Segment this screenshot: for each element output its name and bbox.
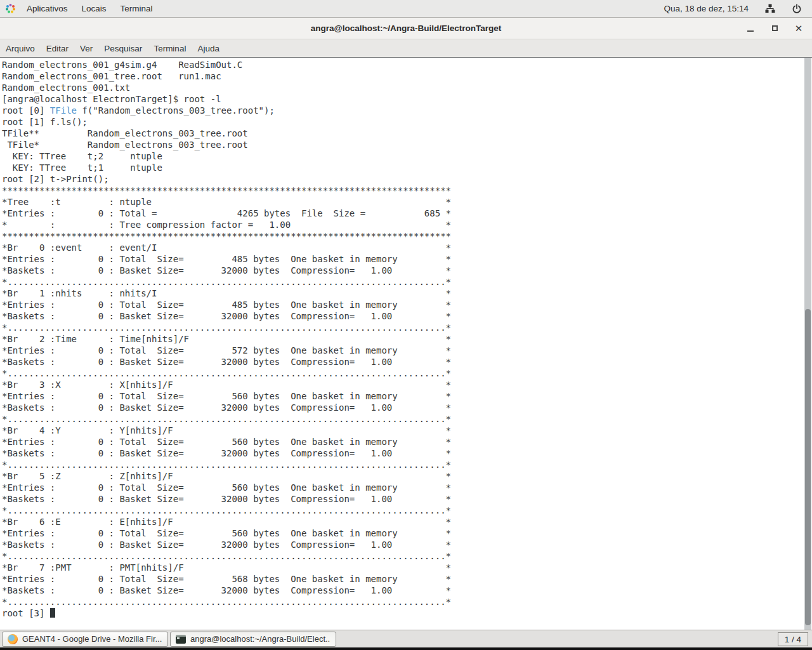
panel-menu-terminal[interactable]: Terminal: [114, 0, 160, 17]
terminal-line: *Entries : 0 : Total Size= 560 bytes One…: [2, 436, 802, 448]
terminal-cursor: [50, 608, 55, 618]
terminal-line: *Baskets : 0 : Basket Size= 32000 bytes …: [2, 356, 802, 368]
terminal-line: TFile* Random_electrons_003_tree.root: [2, 139, 802, 150]
terminal-line: *Entries : 0 : Total Size= 560 bytes One…: [2, 527, 802, 539]
menu-help[interactable]: Ajuda: [192, 39, 225, 57]
window-controls: ✕: [743, 18, 806, 39]
workspace-switcher[interactable]: 1 / 4: [778, 632, 808, 646]
terminal-line: Random_electrons_001_tree.root run1.mac: [2, 70, 802, 82]
panel-clock[interactable]: Qua, 18 de dez, 15:14: [664, 4, 749, 13]
terminal-line: *Br 2 :Time : Time[nhits]/F *: [2, 333, 802, 345]
terminal-line: TFile** Random_electrons_003_tree.root: [2, 128, 802, 139]
terminal-line: *Br 5 :Z : Z[nhits]/F *: [2, 470, 802, 482]
terminal-line: *Br 7 :PMT : PMT[nhits]/F *: [2, 562, 802, 573]
task-label: angra@localhost:~/Angra-Build/Elect...: [190, 634, 331, 644]
terminal-line: *Br 6 :E : E[nhits]/F *: [2, 516, 802, 527]
minimize-button[interactable]: [743, 22, 757, 36]
menubar: Arquivo Editar Ver Pesquisar Terminal Aj…: [0, 39, 812, 58]
terminal-line: *.......................................…: [2, 413, 802, 425]
terminal-line: *Tree :t : ntuple *: [2, 196, 802, 208]
close-icon: ✕: [795, 23, 803, 33]
terminal-line: *Br 4 :Y : Y[nhits]/F *: [2, 425, 802, 436]
terminal-line: Random_electrons_001_g4sim.g4 ReadSimOut…: [2, 59, 802, 70]
terminal-line: *Entries : 0 : Total Size= 572 bytes One…: [2, 345, 802, 356]
firefox-icon: [8, 634, 18, 644]
terminal-line: root [2] t->Print();: [2, 173, 802, 185]
terminal-line: *.......................................…: [2, 550, 802, 562]
terminal-line: *Baskets : 0 : Basket Size= 32000 bytes …: [2, 539, 802, 550]
window-title: angra@localhost:~/Angra-Build/ElectronTa…: [311, 23, 502, 33]
scrollbar-thumb[interactable]: [805, 309, 811, 625]
minimize-icon: [747, 30, 754, 32]
terminal-line: *Entries : 0 : Total Size= 485 bytes One…: [2, 253, 802, 265]
panel-menu-applications[interactable]: Aplicativos: [20, 0, 75, 17]
network-icon[interactable]: [765, 4, 775, 13]
terminal-line: *.......................................…: [2, 596, 802, 607]
terminal-line: *.......................................…: [2, 368, 802, 379]
terminal-line: *Baskets : 0 : Basket Size= 32000 bytes …: [2, 448, 802, 459]
terminal-line: *Entries : 0 : Total Size= 568 bytes One…: [2, 573, 802, 585]
terminal-line: root [1] f.ls();: [2, 116, 802, 128]
terminal-line: *Baskets : 0 : Basket Size= 32000 bytes …: [2, 585, 802, 596]
terminal-line: KEY: TTree t;1 ntuple: [2, 162, 802, 173]
terminal-icon: [176, 635, 186, 644]
power-icon[interactable]: [792, 4, 802, 14]
terminal-line: *Entries : 0 : Total Size= 560 bytes One…: [2, 390, 802, 402]
terminal-line: ****************************************…: [2, 185, 802, 196]
terminal-line: *Entries : 0 : Total Size= 485 bytes One…: [2, 299, 802, 310]
terminal-output: Random_electrons_001_g4sim.g4 ReadSimOut…: [2, 59, 802, 619]
terminal-line: *.......................................…: [2, 459, 802, 470]
maximize-button[interactable]: [768, 22, 782, 36]
panel-menu-places[interactable]: Locais: [75, 0, 114, 17]
menu-terminal[interactable]: Terminal: [148, 39, 192, 57]
terminal-line: *Br 3 :X : X[nhits]/F *: [2, 379, 802, 390]
terminal-line: Random_electrons_001.txt: [2, 82, 802, 93]
maximize-icon: [772, 25, 778, 31]
terminal-line: *Br 0 :event : event/I *: [2, 242, 802, 253]
taskbar-item-terminal[interactable]: angra@localhost:~/Angra-Build/Elect...: [170, 632, 336, 647]
terminal-line: *Br 1 :nhits : nhits/I *: [2, 288, 802, 299]
terminal-line: *.......................................…: [2, 276, 802, 288]
terminal-line: KEY: TTree t;2 ntuple: [2, 150, 802, 162]
terminal-line: [angra@localhost ElectronTarget]$ root -…: [2, 93, 802, 105]
panel-left: Aplicativos Locais Terminal: [0, 0, 160, 17]
applications-logo-icon[interactable]: [5, 3, 16, 14]
terminal-line: root [3]: [2, 607, 802, 619]
terminal-line: *Baskets : 0 : Basket Size= 32000 bytes …: [2, 493, 802, 505]
menu-file[interactable]: Arquivo: [0, 39, 41, 57]
terminal-line: *Entries : 0 : Total Size= 560 bytes One…: [2, 482, 802, 493]
terminal-line: root [0] TFile f("Random_electrons_003_t…: [2, 105, 802, 116]
terminal-line: *Baskets : 0 : Basket Size= 32000 bytes …: [2, 310, 802, 322]
terminal-line: ****************************************…: [2, 230, 802, 242]
top-panel: Aplicativos Locais Terminal Qua, 18 de d…: [0, 0, 812, 18]
menu-search[interactable]: Pesquisar: [98, 39, 148, 57]
terminal-line: *Entries : 0 : Total = 4265 bytes File S…: [2, 208, 802, 219]
terminal-line: *Baskets : 0 : Basket Size= 32000 bytes …: [2, 402, 802, 413]
menu-view[interactable]: Ver: [74, 39, 98, 57]
menu-edit[interactable]: Editar: [41, 39, 74, 57]
terminal-window: angra@localhost:~/Angra-Build/ElectronTa…: [0, 18, 812, 630]
scrollbar-track[interactable]: [804, 58, 811, 630]
terminal-line: *.......................................…: [2, 322, 802, 333]
terminal-viewport[interactable]: Random_electrons_001_g4sim.g4 ReadSimOut…: [0, 58, 812, 630]
taskbar-item-firefox[interactable]: GEANT4 - Google Drive - Mozilla Fir...: [2, 632, 168, 647]
panel-right: Qua, 18 de dez, 15:14: [664, 0, 812, 17]
titlebar[interactable]: angra@localhost:~/Angra-Build/ElectronTa…: [0, 18, 812, 39]
terminal-line: * : : Tree compression factor = 1.00 *: [2, 219, 802, 230]
close-button[interactable]: ✕: [792, 22, 806, 36]
taskbar: GEANT4 - Google Drive - Mozilla Fir... a…: [0, 630, 812, 647]
desktop: Aplicativos Locais Terminal Qua, 18 de d…: [0, 0, 812, 650]
task-label: GEANT4 - Google Drive - Mozilla Fir...: [22, 634, 162, 644]
terminal-line: *.......................................…: [2, 505, 802, 516]
terminal-line: *Baskets : 0 : Basket Size= 32000 bytes …: [2, 265, 802, 276]
screen-bottom-strip: [0, 647, 812, 650]
